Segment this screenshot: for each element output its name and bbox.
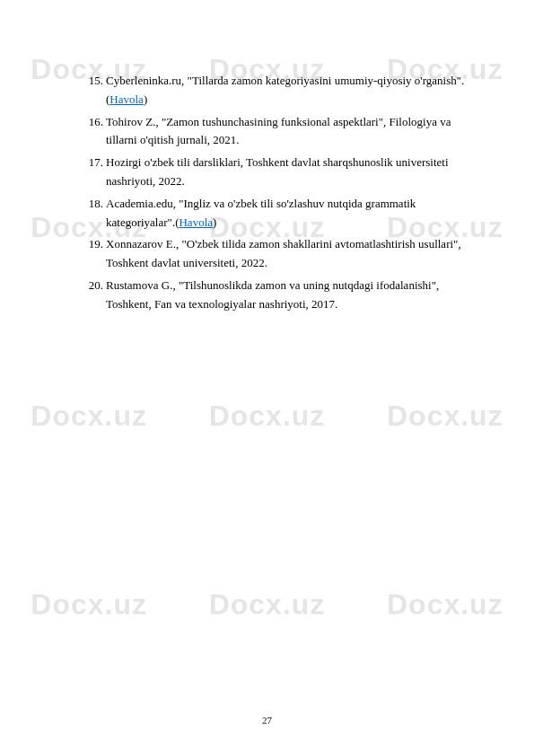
reference-body: Rustamova G., "Tilshunoslikda zamon va u… <box>106 278 439 311</box>
reference-text: Rustamova G., "Tilshunoslikda zamon va u… <box>106 277 471 314</box>
reference-body: Tohirov Z., "Zamon tushunchasining funks… <box>106 115 451 147</box>
page-number: 27 <box>0 713 534 729</box>
reference-body: Cyberleninka.ru, "Tillarda zamon kategor… <box>106 74 464 106</box>
reference-number: 18. <box>85 195 103 233</box>
watermark-text: Docx.uz <box>209 393 326 439</box>
reference-item: 15. Cyberleninka.ru, "Tillarda zamon kat… <box>85 72 471 110</box>
reference-tail: ) <box>213 215 216 229</box>
reference-item: 19. Xonnazarov E., "O'zbek tilida zamon … <box>85 235 471 273</box>
reference-body: Academia.edu, "Ingliz va o'zbek tili so'… <box>106 197 416 229</box>
reference-text: Xonnazarov E., "O'zbek tilida zamon shak… <box>106 235 471 273</box>
reference-text: Cyberleninka.ru, "Tillarda zamon kategor… <box>106 72 471 110</box>
reference-number: 16. <box>85 113 103 151</box>
watermark-text: Docx.uz <box>31 393 147 439</box>
reference-tail: ) <box>144 92 147 106</box>
reference-number: 15. <box>85 72 103 110</box>
reference-item: 16. Tohirov Z., "Zamon tushunchasining f… <box>85 113 471 151</box>
reference-number: 19. <box>85 235 103 273</box>
watermark-text: Docx.uz <box>387 582 503 628</box>
reference-body: Hozirgi o'zbek tili darsliklari, Toshken… <box>106 155 449 188</box>
reference-item: 17. Hozirgi o'zbek tili darsliklari, Tos… <box>85 154 471 191</box>
reference-item: 18. Academia.edu, "Ingliz va o'zbek tili… <box>85 195 471 233</box>
watermark-text: Docx.uz <box>31 582 147 628</box>
reference-link[interactable]: Havola <box>179 215 213 229</box>
reference-link[interactable]: Havola <box>109 92 144 106</box>
reference-list: 15. Cyberleninka.ru, "Tillarda zamon kat… <box>85 72 471 318</box>
reference-text: Tohirov Z., "Zamon tushunchasining funks… <box>106 113 471 151</box>
reference-text: Academia.edu, "Ingliz va o'zbek tili so'… <box>106 195 471 233</box>
watermark-row: Docx.uz Docx.uz Docx.uz <box>0 582 534 628</box>
reference-text: Hozirgi o'zbek tili darsliklari, Toshken… <box>106 154 471 191</box>
watermark-text: Docx.uz <box>209 582 326 628</box>
reference-number: 20. <box>85 277 103 314</box>
watermark-row: Docx.uz Docx.uz Docx.uz <box>0 393 534 439</box>
watermark-text: Docx.uz <box>387 393 503 439</box>
reference-number: 17. <box>85 154 103 191</box>
reference-body: Xonnazarov E., "O'zbek tilida zamon shak… <box>106 237 461 269</box>
reference-item: 20. Rustamova G., "Tilshunoslikda zamon … <box>85 277 471 314</box>
